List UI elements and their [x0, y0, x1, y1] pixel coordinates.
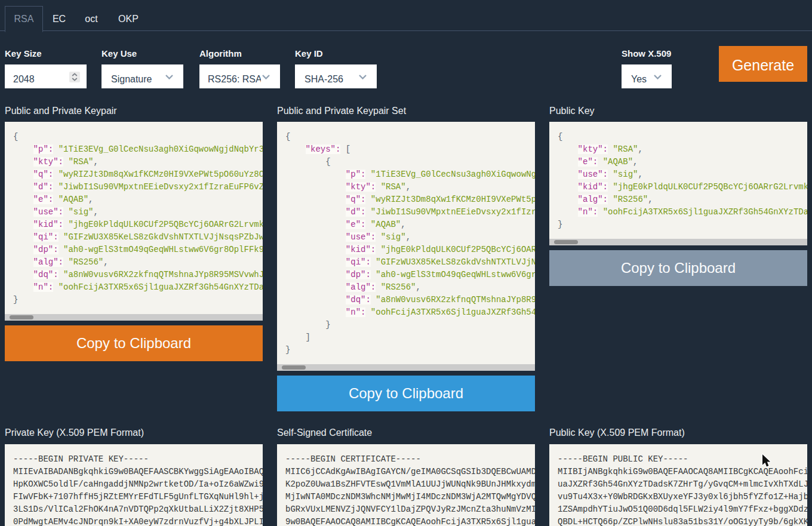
keypair-set-json-panel: { "keys": [ { "p": "1TiE3EVg_G0lCecNsu3a… [277, 122, 535, 371]
algorithm-group: Algorithm RS256: RSASSA-PKCS1-v1_5 using… [199, 49, 280, 88]
horizontal-scrollbar[interactable] [5, 314, 263, 321]
tab-oct[interactable]: oct [75, 7, 107, 32]
copy-keypair-set-button[interactable]: Copy to Clipboard [277, 376, 535, 411]
key-size-label: Key Size [5, 48, 42, 59]
keypair-json-panel: { "p": "1TiE3EVg_G0lCecNsu3agh0XiGqwowNg… [5, 122, 263, 321]
tab-okp[interactable]: OKP [107, 7, 149, 32]
tab-bar: RSA EC oct OKP [0, 0, 812, 31]
chevron-down-icon [262, 75, 270, 79]
chevron-down-icon [165, 75, 173, 79]
public-key-json-panel: { "kty": "RSA", "e": "AQAB", "use": "sig… [549, 122, 807, 245]
horizontal-scrollbar[interactable] [277, 364, 535, 371]
horizontal-scrollbar[interactable] [549, 239, 807, 245]
mouse-arrow-cursor [762, 454, 771, 467]
key-id-value: SHA-256 [304, 67, 343, 91]
key-size-group: Key Size 2048 [5, 49, 87, 88]
keypair-set-heading: Public and Private Keypair Set [277, 106, 406, 116]
generate-button[interactable]: Generate [719, 46, 807, 82]
private-pem-panel: -----BEGIN PRIVATE KEY----- MIIEvAIBADAN… [5, 444, 263, 526]
chevron-down-icon [654, 75, 662, 79]
scrollbar-thumb[interactable] [282, 365, 306, 370]
key-size-input[interactable]: 2048 [5, 64, 87, 88]
tab-rsa[interactable]: RSA [5, 6, 43, 32]
key-size-value: 2048 [13, 67, 35, 91]
copy-public-key-button[interactable]: Copy to Clipboard [549, 250, 807, 286]
key-id-label: Key ID [295, 48, 323, 59]
key-id-group: Key ID SHA-256 [295, 49, 377, 88]
public-key-heading: Public Key [549, 106, 595, 116]
private-pem-heading: Private Key (X.509 PEM Format) [5, 427, 144, 438]
key-use-value: Signature [111, 67, 152, 91]
algorithm-label: Algorithm [199, 48, 242, 59]
show-x509-value: Yes [631, 67, 647, 91]
keypair-heading: Public and Private Keypair [5, 106, 117, 116]
key-use-label: Key Use [102, 48, 137, 59]
scrollbar-thumb[interactable] [554, 240, 578, 244]
tab-ec[interactable]: EC [43, 7, 75, 32]
algorithm-select[interactable]: RS256: RSASSA-PKCS1-v1_5 using SHA-256 [199, 64, 280, 88]
certificate-panel: -----BEGIN CERTIFICATE----- MIIC6jCCAdKg… [277, 444, 535, 526]
number-spinner-icon[interactable] [69, 72, 80, 82]
key-use-group: Key Use Signature [102, 49, 183, 88]
key-id-select[interactable]: SHA-256 [295, 64, 377, 88]
public-pem-heading: Public Key (X.509 PEM Format) [549, 427, 685, 438]
cert-heading: Self-Signed Certificate [277, 427, 372, 438]
show-x509-label: Show X.509 [622, 48, 671, 59]
show-x509-select[interactable]: Yes [622, 64, 672, 88]
key-use-select[interactable]: Signature [102, 64, 183, 88]
chevron-down-icon [359, 75, 367, 79]
scrollbar-thumb[interactable] [10, 315, 33, 319]
show-x509-group: Show X.509 Yes [622, 49, 672, 88]
copy-keypair-button[interactable]: Copy to Clipboard [5, 325, 263, 361]
